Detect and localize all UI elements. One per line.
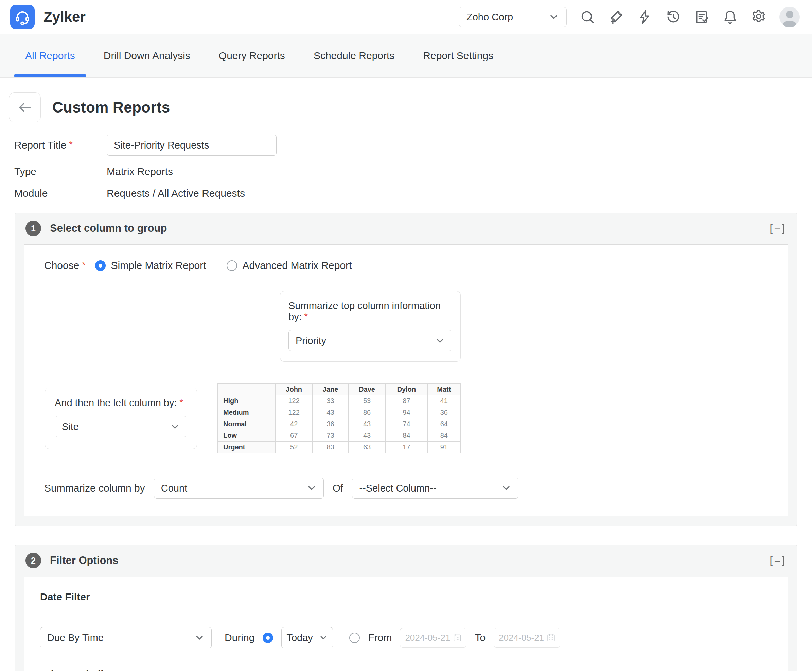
collapse-section-icon[interactable]: [−] bbox=[768, 555, 787, 567]
radio-advanced-matrix-report[interactable] bbox=[227, 261, 237, 271]
report-title-input[interactable] bbox=[107, 135, 277, 156]
section1-title: Select column to group bbox=[50, 222, 167, 235]
choose-label: Choose* bbox=[44, 260, 86, 271]
module-value: Requests / All Active Requests bbox=[107, 187, 245, 199]
dotted-divider bbox=[40, 611, 639, 612]
top-column-select-value: Priority bbox=[296, 335, 326, 346]
summarize-function-select[interactable]: Count bbox=[154, 478, 324, 499]
top-column-group-box: Summarize top column information by:* Pr… bbox=[280, 291, 461, 362]
app-name: Zylker bbox=[44, 9, 86, 25]
collapse-section-icon[interactable]: [−] bbox=[768, 223, 787, 235]
report-title-label: Report Title* bbox=[14, 140, 107, 151]
tab-report-settings[interactable]: Report Settings bbox=[423, 34, 493, 77]
summarize-function-value: Count bbox=[161, 483, 187, 494]
type-value: Matrix Reports bbox=[107, 166, 173, 177]
section-select-column-to-group: 1 Select column to group [−] Choose* Sim… bbox=[15, 213, 797, 526]
type-label: Type bbox=[14, 166, 107, 177]
history-icon[interactable] bbox=[665, 9, 681, 25]
app-logo[interactable] bbox=[10, 5, 35, 29]
chevron-down-icon bbox=[319, 633, 328, 642]
from-label: From bbox=[368, 632, 392, 644]
left-column-select-value: Site bbox=[62, 421, 79, 433]
of-label: Of bbox=[333, 482, 343, 494]
required-marker: * bbox=[304, 312, 308, 322]
date-filter-heading: Date Filter bbox=[40, 591, 772, 603]
chevron-down-icon bbox=[194, 633, 204, 643]
section-filter-options: 2 Filter Options [−] Date Filter Due By … bbox=[15, 545, 797, 671]
ticket-add-icon[interactable] bbox=[608, 9, 624, 25]
page-title: Custom Reports bbox=[52, 99, 170, 116]
simple-matrix-report-label: Simple Matrix Report bbox=[111, 260, 206, 271]
summarize-column-by-label: Summarize column by bbox=[44, 482, 145, 494]
tab-query-reports[interactable]: Query Reports bbox=[219, 34, 285, 77]
org-selector-value: Zoho Corp bbox=[467, 12, 513, 23]
step-number-badge: 2 bbox=[25, 553, 41, 568]
advanced-matrix-report-label: Advanced Matrix Report bbox=[243, 260, 352, 271]
summarize-of-column-select[interactable]: --Select Column-- bbox=[352, 478, 518, 499]
radio-during[interactable] bbox=[263, 633, 273, 643]
calendar-icon bbox=[546, 632, 556, 643]
tab-all-reports[interactable]: All Reports bbox=[25, 34, 75, 77]
during-period-value: Today bbox=[286, 632, 313, 644]
main-content: Custom Reports Report Title* Type Matrix… bbox=[0, 92, 812, 671]
app-header: Zylker Zoho Corp bbox=[0, 0, 812, 34]
chevron-down-icon bbox=[501, 483, 511, 493]
required-marker: * bbox=[69, 140, 72, 150]
date-filter-column-select[interactable]: Due By Time bbox=[40, 627, 212, 648]
from-date-input bbox=[405, 633, 452, 643]
section2-title: Filter Options bbox=[50, 554, 119, 567]
during-label: During bbox=[224, 632, 255, 644]
left-column-group-box: And then the left column by:* Site bbox=[45, 388, 197, 449]
advanced-filter-heading: Advanced Filter bbox=[40, 669, 772, 671]
calendar-icon bbox=[452, 632, 462, 643]
tab-schedule-reports[interactable]: Schedule Reports bbox=[314, 34, 394, 77]
gear-icon[interactable] bbox=[751, 9, 766, 25]
chevron-down-icon bbox=[306, 483, 317, 493]
module-label: Module bbox=[14, 187, 107, 199]
matrix-preview-table: JohnJaneDaveDylonMattHigh12233538741Medi… bbox=[217, 383, 461, 453]
date-filter-column-value: Due By Time bbox=[47, 632, 104, 644]
chevron-down-icon bbox=[435, 336, 445, 346]
chevron-down-icon bbox=[170, 421, 180, 432]
bell-icon[interactable] bbox=[722, 9, 738, 25]
to-label: To bbox=[475, 632, 486, 644]
person-icon bbox=[780, 7, 800, 27]
report-tabs: All Reports Drill Down Analysis Query Re… bbox=[0, 34, 812, 78]
user-avatar[interactable] bbox=[780, 7, 800, 27]
lightning-icon[interactable] bbox=[637, 9, 652, 25]
top-column-select[interactable]: Priority bbox=[289, 330, 452, 351]
during-period-select[interactable]: Today bbox=[281, 627, 333, 648]
to-date-input bbox=[499, 633, 546, 643]
arrow-left-icon bbox=[17, 100, 32, 115]
left-column-label: And then the left column by:* bbox=[55, 397, 187, 409]
headset-icon bbox=[14, 9, 31, 25]
summarize-of-column-value: --Select Column-- bbox=[359, 483, 436, 494]
from-date-field bbox=[400, 628, 467, 647]
top-column-label: Summarize top column information by:* bbox=[289, 300, 452, 323]
back-button[interactable] bbox=[9, 92, 41, 123]
org-selector[interactable]: Zoho Corp bbox=[459, 7, 567, 27]
required-marker: * bbox=[82, 260, 85, 270]
task-approval-icon[interactable] bbox=[694, 9, 709, 25]
left-column-select[interactable]: Site bbox=[55, 416, 187, 437]
radio-date-range[interactable] bbox=[349, 633, 360, 643]
chevron-down-icon bbox=[549, 12, 559, 22]
search-icon[interactable] bbox=[579, 9, 595, 25]
required-marker: * bbox=[180, 397, 183, 407]
step-number-badge: 1 bbox=[25, 221, 41, 236]
to-date-field bbox=[494, 628, 560, 647]
tab-drill-down-analysis[interactable]: Drill Down Analysis bbox=[104, 34, 190, 77]
radio-simple-matrix-report[interactable] bbox=[95, 261, 106, 271]
